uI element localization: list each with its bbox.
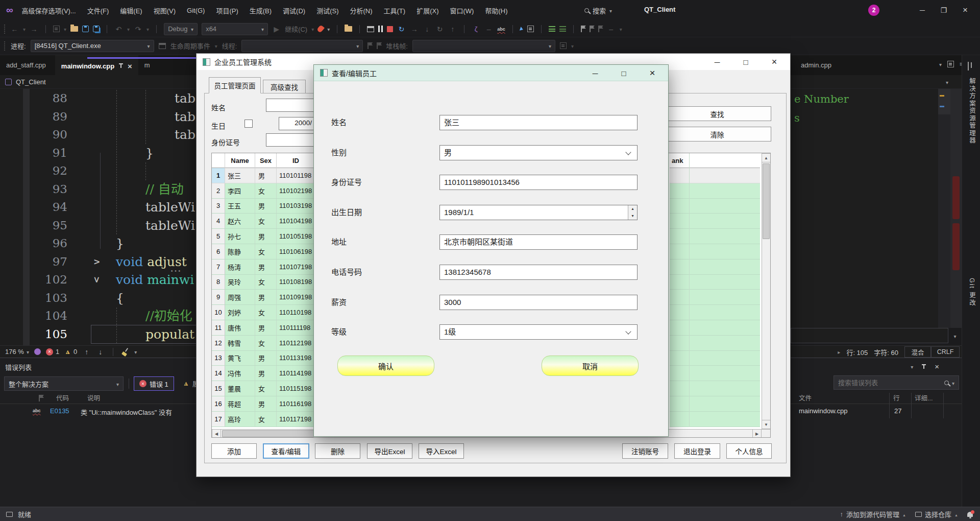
chevron-down-icon[interactable] (134, 348, 137, 356)
id-search-input[interactable] (266, 133, 315, 147)
row-number[interactable]: 13 (212, 351, 225, 366)
collapsed-region-dots[interactable]: … (170, 262, 181, 274)
toolbar-drag-handle[interactable] (4, 25, 5, 34)
menu-item[interactable]: Git(G) (181, 0, 210, 20)
field-input[interactable]: 13812345678 (439, 265, 638, 280)
table-row[interactable]: 2 李四 女 110102198 (212, 183, 315, 199)
lifecycle-label[interactable]: 生命周期事件 (170, 41, 210, 51)
dialog-close-button[interactable]: × (638, 65, 667, 81)
table-row[interactable]: 15 董晨 女 110115198 (212, 381, 315, 396)
row-number[interactable]: 2 (212, 183, 225, 198)
table-row[interactable]: 1 张三 男 110101198 (212, 168, 315, 183)
menu-item[interactable]: 帮助(H) (479, 0, 513, 20)
document-icon[interactable] (527, 26, 534, 32)
save-icon[interactable] (82, 26, 89, 32)
field-input[interactable]: 张三 (439, 115, 638, 130)
add-to-source-control[interactable]: ↑ 添加到源代码管理 (840, 509, 906, 519)
bookmark-next-icon[interactable] (590, 26, 594, 32)
scroll-down-icon[interactable]: ▼ (762, 420, 771, 429)
warning-count[interactable]: 0 (64, 348, 77, 356)
bookmark-icon[interactable] (581, 26, 585, 32)
find-button[interactable]: 查找 (663, 106, 771, 121)
field-input[interactable]: 男 (439, 145, 638, 160)
header-id[interactable]: ID (277, 153, 315, 168)
editor-scrollbar[interactable] (950, 89, 962, 328)
toolbar-overflow-icon[interactable] (620, 25, 622, 33)
splitter-icon[interactable]: ▸ (838, 349, 840, 355)
right-breadcrumb[interactable] (791, 75, 962, 89)
save-all-icon[interactable] (93, 26, 100, 32)
header-sex[interactable]: Sex (255, 153, 277, 168)
chevron-down-icon[interactable] (23, 25, 26, 33)
column-line[interactable]: 行 (893, 393, 900, 402)
break-all-icon[interactable] (367, 26, 374, 32)
row-number[interactable]: 16 (212, 396, 225, 411)
view-edit-button[interactable]: 查看/编辑 (263, 443, 309, 459)
search-input[interactable] (838, 379, 941, 387)
debug-target-folder-icon[interactable] (345, 26, 352, 32)
cancel-button[interactable]: 取消 (542, 356, 639, 376)
row-number[interactable]: 4 (212, 214, 225, 228)
stop-debugging-icon[interactable] (387, 26, 393, 32)
horizontal-scrollbar[interactable] (791, 328, 948, 343)
app-close-button[interactable]: × (760, 54, 789, 70)
format-list-icon[interactable] (549, 26, 555, 32)
row-number[interactable]: 8 (212, 275, 225, 290)
chevron-down-icon[interactable] (571, 42, 574, 50)
chevron-down-icon[interactable] (64, 25, 66, 33)
minimize-button[interactable]: ─ (912, 2, 933, 19)
table-row[interactable]: 3 王五 男 110103198 (212, 199, 315, 214)
fold-toggle-icon[interactable] (93, 253, 105, 271)
process-dropdown[interactable]: [84516] QT_Client.exe (31, 40, 154, 52)
chevron-down-icon[interactable] (146, 25, 149, 33)
abc-check-icon[interactable]: abc (497, 27, 505, 32)
clear-button[interactable]: 清除 (663, 127, 771, 141)
intellicode-icon[interactable]: ζ (472, 25, 480, 33)
table-row[interactable]: 10 刘婷 女 110110198 (212, 305, 315, 320)
error-count[interactable]: ×1 (46, 348, 59, 356)
table-row[interactable]: 7 杨涛 男 110107198 (212, 259, 315, 275)
pin-icon[interactable] (118, 63, 124, 68)
header-name[interactable]: Name (225, 153, 255, 168)
row-number[interactable]: 12 (212, 336, 225, 350)
menu-item[interactable]: 测试(S) (311, 0, 344, 20)
birth-date-input[interactable]: 2000/ (279, 117, 315, 130)
pause-icon[interactable] (378, 26, 383, 32)
notifications-bell-icon[interactable] (967, 512, 973, 517)
name-search-input[interactable] (266, 99, 315, 112)
dialog-minimize-button[interactable]: ─ (581, 65, 609, 81)
column-file[interactable]: 文件 (799, 393, 812, 402)
revert-list-icon[interactable] (559, 26, 566, 32)
menu-item[interactable]: 调试(D) (277, 0, 311, 20)
scroll-down-icon[interactable] (948, 328, 962, 343)
field-input[interactable]: 1989/1/1 (439, 205, 638, 220)
restart-icon[interactable]: ↻ (397, 25, 406, 33)
header-rank-clipped[interactable]: ank (670, 153, 760, 168)
tab-advanced-search[interactable]: 高级查找 (263, 80, 306, 93)
continue-label[interactable]: 继续(C) (285, 24, 307, 34)
app-minimize-button[interactable]: ─ (703, 54, 731, 70)
table-row[interactable]: 9 周强 男 110109198 (212, 290, 315, 305)
continue-icon[interactable]: ▶ (272, 25, 281, 33)
chevron-down-icon[interactable] (327, 25, 330, 33)
column-description[interactable]: 说明 (87, 393, 100, 402)
table-row[interactable]: 13 黄飞 男 110113198 (212, 351, 315, 366)
background-task-icon[interactable] (6, 512, 13, 517)
scroll-right-icon[interactable]: ▶ (752, 429, 762, 438)
logout-button[interactable]: 退出登录 (674, 443, 720, 459)
pin-icon[interactable] (921, 364, 926, 369)
menu-item[interactable]: 视图(V) (148, 0, 181, 20)
menu-item[interactable]: 分析(N) (344, 0, 378, 20)
side-tab-git-changes[interactable]: Git 更改 (967, 278, 977, 306)
profile-button[interactable]: 个人信息 (726, 443, 772, 459)
new-project-icon[interactable] (53, 26, 60, 32)
table-row[interactable]: 5 孙七 男 110105198 (212, 229, 315, 244)
field-input[interactable]: 3000 (439, 295, 638, 310)
right-code-editor[interactable]: e Number s (791, 89, 938, 328)
chevron-down-icon[interactable] (127, 25, 130, 33)
fold-toggle-icon[interactable] (93, 271, 105, 289)
add-button[interactable]: 添加 (211, 443, 257, 459)
prev-issue-icon[interactable]: ↑ (82, 347, 91, 356)
field-input[interactable]: 110101198901013456 (439, 175, 638, 190)
navigate-forward-icon[interactable]: → (30, 25, 38, 33)
